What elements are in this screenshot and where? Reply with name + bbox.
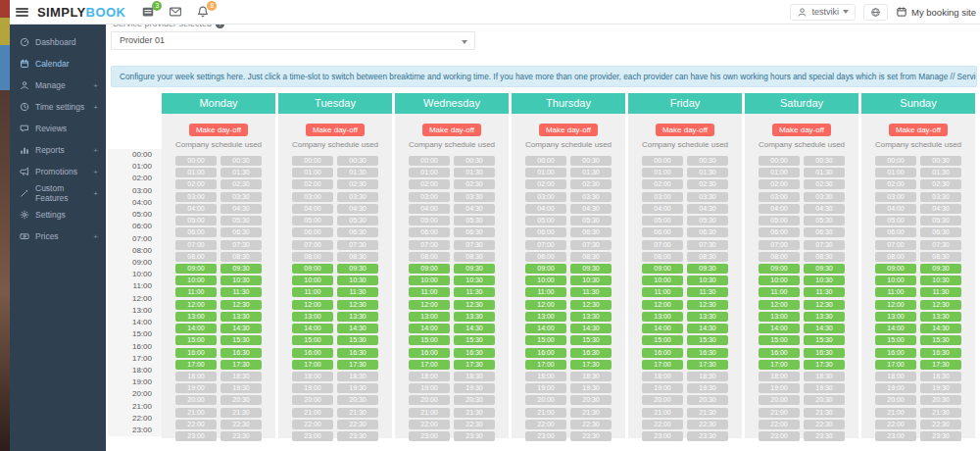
time-slot[interactable]: 07:30 <box>454 240 495 250</box>
time-slot[interactable]: 20:00 <box>525 395 566 405</box>
time-slot[interactable]: 15:30 <box>687 335 728 345</box>
time-slot[interactable]: 03:30 <box>570 192 612 202</box>
time-slot[interactable]: 22:00 <box>292 420 333 429</box>
time-slot[interactable]: 00:00 <box>409 156 450 166</box>
time-slot[interactable]: 20:30 <box>454 395 495 405</box>
time-slot[interactable]: 18:00 <box>292 372 333 381</box>
time-slot[interactable]: 09:00 <box>875 264 916 274</box>
time-slot[interactable]: 13:00 <box>525 312 566 322</box>
time-slot[interactable]: 06:00 <box>175 227 217 237</box>
time-slot[interactable]: 17:30 <box>920 360 961 370</box>
time-slot[interactable]: 16:30 <box>337 348 378 358</box>
time-slot[interactable]: 10:00 <box>875 276 916 285</box>
time-slot[interactable]: 07:00 <box>875 240 916 250</box>
time-slot[interactable]: 19:00 <box>759 383 800 393</box>
time-slot[interactable]: 21:00 <box>292 408 333 418</box>
time-slot[interactable]: 09:30 <box>454 264 495 274</box>
time-slot[interactable]: 11:00 <box>759 287 800 297</box>
time-slot[interactable]: 05:30 <box>220 216 262 226</box>
time-slot[interactable]: 09:30 <box>337 264 378 274</box>
time-slot[interactable]: 18:00 <box>875 372 916 381</box>
time-slot[interactable]: 02:00 <box>175 179 217 189</box>
time-slot[interactable]: 05:30 <box>337 216 378 226</box>
time-slot[interactable]: 12:30 <box>687 300 728 310</box>
time-slot[interactable]: 19:30 <box>570 383 612 393</box>
time-slot[interactable]: 19:30 <box>454 383 495 393</box>
time-slot[interactable]: 09:00 <box>292 264 333 274</box>
time-slot[interactable]: 17:30 <box>337 360 378 370</box>
time-slot[interactable]: 14:30 <box>337 324 378 333</box>
time-slot[interactable]: 15:30 <box>920 335 961 345</box>
time-slot[interactable]: 10:30 <box>454 276 495 285</box>
make-day-off-button[interactable]: Make day-off <box>189 124 248 136</box>
time-slot[interactable]: 15:30 <box>454 335 495 345</box>
sidebar-item-promotions[interactable]: Promotions+ <box>10 161 106 182</box>
time-slot[interactable]: 08:00 <box>875 252 916 262</box>
time-slot[interactable]: 17:00 <box>642 360 683 370</box>
time-slot[interactable]: 22:30 <box>804 420 845 429</box>
time-slot[interactable]: 08:00 <box>292 252 333 262</box>
time-slot[interactable]: 01:30 <box>687 168 728 177</box>
time-slot[interactable]: 12:30 <box>454 300 495 310</box>
time-slot[interactable]: 05:00 <box>875 216 916 226</box>
time-slot[interactable]: 05:00 <box>292 216 333 226</box>
time-slot[interactable]: 15:00 <box>175 335 217 345</box>
time-slot[interactable]: 02:00 <box>875 179 916 189</box>
make-day-off-button[interactable]: Make day-off <box>772 124 831 136</box>
time-slot[interactable]: 04:30 <box>337 204 378 214</box>
time-slot[interactable]: 06:30 <box>337 227 378 237</box>
time-slot[interactable]: 11:30 <box>804 287 845 297</box>
time-slot[interactable]: 17:00 <box>759 360 800 370</box>
time-slot[interactable]: 00:30 <box>687 156 728 166</box>
time-slot[interactable]: 06:30 <box>454 227 495 237</box>
time-slot[interactable]: 07:00 <box>642 240 683 250</box>
time-slot[interactable]: 09:00 <box>409 264 450 274</box>
time-slot[interactable]: 05:00 <box>175 216 217 226</box>
time-slot[interactable]: 06:30 <box>804 227 845 237</box>
time-slot[interactable]: 04:30 <box>454 204 495 214</box>
time-slot[interactable]: 19:30 <box>804 383 845 393</box>
time-slot[interactable]: 12:30 <box>570 300 612 310</box>
time-slot[interactable]: 16:30 <box>454 348 495 358</box>
time-slot[interactable]: 06:30 <box>920 227 961 237</box>
time-slot[interactable]: 04:00 <box>409 204 450 214</box>
sidebar-item-dashboard[interactable]: Dashboard <box>10 31 106 53</box>
time-slot[interactable]: 12:00 <box>525 300 566 310</box>
time-slot[interactable]: 22:00 <box>875 420 916 429</box>
time-slot[interactable]: 16:30 <box>804 348 845 358</box>
time-slot[interactable]: 05:30 <box>570 216 612 226</box>
sidebar-item-time-settings[interactable]: Time settings+ <box>10 96 106 118</box>
time-slot[interactable]: 10:30 <box>920 276 961 285</box>
time-slot[interactable]: 03:00 <box>175 192 217 202</box>
time-slot[interactable]: 02:30 <box>687 179 728 189</box>
time-slot[interactable]: 10:00 <box>409 276 450 285</box>
time-slot[interactable]: 23:30 <box>454 431 495 441</box>
time-slot[interactable]: 13:00 <box>875 312 916 322</box>
messages-icon[interactable] <box>169 5 183 20</box>
time-slot[interactable]: 10:00 <box>759 276 800 285</box>
time-slot[interactable]: 14:00 <box>875 324 916 333</box>
time-slot[interactable]: 05:00 <box>642 216 683 226</box>
time-slot[interactable]: 23:00 <box>642 431 683 441</box>
time-slot[interactable]: 01:00 <box>875 168 916 177</box>
user-menu[interactable]: testviki <box>790 4 856 21</box>
time-slot[interactable]: 23:30 <box>804 431 845 441</box>
time-slot[interactable]: 05:30 <box>804 216 845 226</box>
time-slot[interactable]: 19:00 <box>875 383 916 393</box>
time-slot[interactable]: 06:00 <box>409 227 450 237</box>
time-slot[interactable]: 01:30 <box>337 168 378 177</box>
time-slot[interactable]: 04:00 <box>175 204 217 214</box>
time-slot[interactable]: 09:30 <box>220 264 262 274</box>
time-slot[interactable]: 13:30 <box>570 312 612 322</box>
time-slot[interactable]: 17:30 <box>220 360 262 370</box>
time-slot[interactable]: 16:30 <box>220 348 262 358</box>
time-slot[interactable]: 12:30 <box>337 300 378 310</box>
time-slot[interactable]: 12:00 <box>642 300 683 310</box>
time-slot[interactable]: 05:00 <box>525 216 566 226</box>
time-slot[interactable]: 20:30 <box>570 395 612 405</box>
tasks-icon[interactable]: 3 <box>141 5 156 20</box>
time-slot[interactable]: 00:30 <box>570 156 612 166</box>
time-slot[interactable]: 15:00 <box>292 335 333 345</box>
time-slot[interactable]: 18:30 <box>920 372 961 381</box>
time-slot[interactable]: 14:30 <box>220 324 262 333</box>
